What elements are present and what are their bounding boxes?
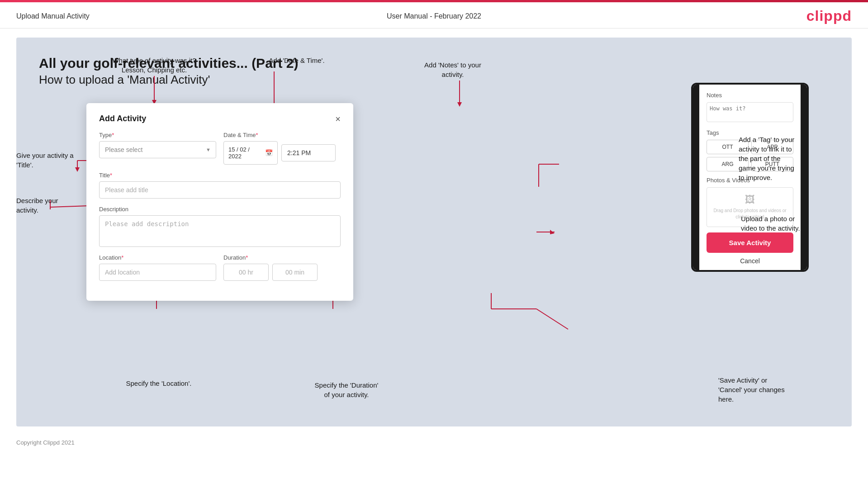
copyright: Copyright Clippd 2021: [16, 439, 75, 446]
time-input[interactable]: 2:21 PM: [281, 144, 336, 161]
page-title: Upload Manual Activity: [16, 12, 90, 20]
duration-group: Duration*: [223, 254, 341, 281]
annotation-location: Specify the 'Location'.: [114, 379, 204, 388]
main-content: All your golf-relevant activities... (Pa…: [16, 38, 852, 426]
annotation-tag: Add a 'Tag' to your activity to link it …: [739, 135, 843, 182]
type-label: Type*: [99, 132, 216, 138]
type-group: Type* Please select: [99, 132, 216, 165]
location-group: Location*: [99, 254, 216, 281]
calendar-icon: 📅: [265, 149, 273, 156]
modal-title: Add Activity: [99, 114, 146, 123]
svg-marker-21: [457, 102, 462, 107]
close-button[interactable]: ×: [335, 114, 341, 123]
manual-title: User Manual - February 2022: [387, 12, 481, 20]
footer: Copyright Clippd 2021: [0, 436, 868, 450]
duration-min-input[interactable]: [272, 264, 318, 281]
title-label: Title*: [99, 172, 341, 179]
title-group: Title*: [99, 172, 341, 199]
type-select-wrapper: Please select: [99, 141, 216, 158]
annotation-save-cancel: 'Save Activity' or 'Cancel' your changes…: [718, 375, 845, 404]
duration-hr-input[interactable]: [223, 264, 269, 281]
annotation-notes: Add 'Notes' to your activity.: [405, 60, 500, 79]
type-datetime-row: Type* Please select Date & Time* 15 / 02…: [99, 132, 341, 165]
add-activity-modal: Add Activity × Type* Please select Date …: [86, 103, 353, 301]
annotation-photo: Upload a photo or video to the activity.: [741, 214, 845, 233]
date-time-group: Date & Time* 15 / 02 / 2022 📅 2:21 PM: [223, 132, 341, 165]
save-activity-button[interactable]: Save Activity: [707, 232, 793, 253]
date-time-label: Date & Time*: [223, 132, 341, 138]
logo: clippd: [806, 8, 852, 24]
date-input[interactable]: 15 / 02 / 2022 📅: [223, 141, 278, 165]
location-label: Location*: [99, 254, 216, 261]
description-input[interactable]: [99, 215, 341, 247]
annotation-description: Describe your activity.: [16, 196, 82, 215]
photo-icon: 🖼: [711, 194, 788, 206]
title-input[interactable]: [99, 181, 341, 199]
description-label: Description: [99, 206, 341, 213]
date-time-inputs: 15 / 02 / 2022 📅 2:21 PM: [223, 141, 341, 165]
description-group: Description: [99, 206, 341, 247]
svg-line-28: [536, 309, 568, 329]
annotation-activity-type: What type of activity was it? Lesson, Ch…: [107, 56, 202, 75]
modal-header: Add Activity ×: [99, 114, 341, 123]
location-duration-row: Location* Duration*: [99, 254, 341, 281]
location-input[interactable]: [99, 264, 216, 281]
annotation-date-time: Add 'Date & Time'.: [256, 56, 337, 65]
annotation-duration: Specify the 'Duration' of your activity.: [288, 380, 405, 399]
notes-textarea[interactable]: [707, 102, 793, 122]
top-bar: Upload Manual Activity User Manual - Feb…: [0, 2, 868, 28]
svg-marker-25: [550, 230, 555, 234]
duration-inputs: [223, 264, 341, 281]
type-select[interactable]: Please select: [99, 141, 216, 158]
notes-label: Notes: [707, 92, 793, 99]
duration-label: Duration*: [223, 254, 341, 261]
annotation-title: Give your activity a 'Title'.: [16, 151, 82, 170]
cancel-link[interactable]: Cancel: [707, 257, 793, 265]
phone-side-bar: [693, 85, 699, 270]
